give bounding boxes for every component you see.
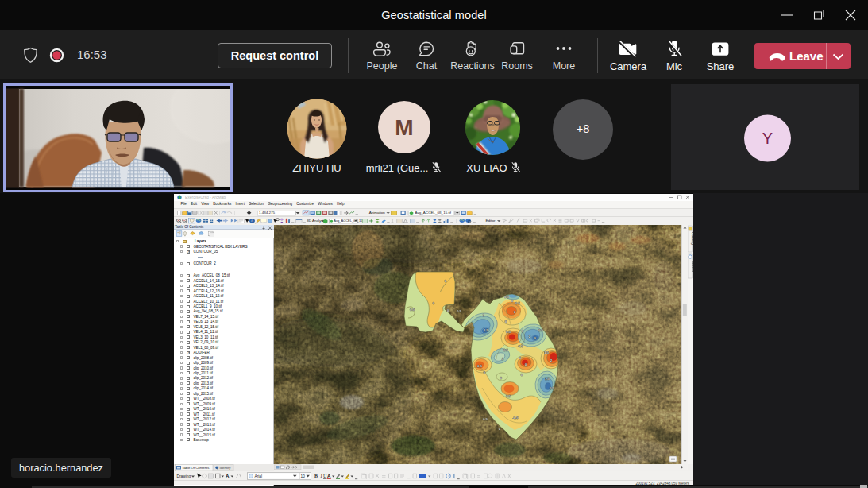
svg-text:1.5: 1.5 bbox=[545, 377, 550, 381]
svg-text:1.5: 1.5 bbox=[484, 328, 488, 332]
svg-text:Identify: Identify bbox=[220, 466, 232, 470]
svg-text:0.5: 0.5 bbox=[483, 417, 488, 421]
svg-text:Editor: Editor bbox=[485, 219, 496, 223]
svg-text:A: A bbox=[327, 474, 331, 478]
svg-text:-0.5: -0.5 bbox=[517, 344, 523, 348]
svg-text:Table Of Contents: Table Of Contents bbox=[182, 466, 209, 470]
svg-text:Leave: Leave bbox=[789, 49, 824, 63]
svg-text:-0.5: -0.5 bbox=[512, 416, 519, 420]
svg-text:0.5: 0.5 bbox=[410, 308, 415, 312]
svg-text:Catalog: Catalog bbox=[691, 232, 693, 245]
svg-text:0.5: 0.5 bbox=[515, 301, 520, 305]
svg-text:Search: Search bbox=[691, 260, 693, 272]
svg-text:10: 10 bbox=[300, 474, 305, 478]
svg-text:Avg_ACCEL_08_15.tif: Avg_ACCEL_08_15.tif bbox=[334, 220, 366, 223]
svg-text:0.5: 0.5 bbox=[506, 330, 511, 334]
svg-text:1.5: 1.5 bbox=[544, 351, 549, 354]
svg-text:B: B bbox=[314, 474, 318, 478]
svg-text:0.5: 0.5 bbox=[504, 295, 509, 299]
svg-text:M: M bbox=[395, 115, 413, 140]
svg-text:Avg_ACCEL_08_15.tif: Avg_ACCEL_08_15.tif bbox=[415, 211, 451, 214]
svg-text:0.5: 0.5 bbox=[477, 364, 482, 368]
svg-text:Arial: Arial bbox=[254, 474, 262, 478]
svg-text:0.5: 0.5 bbox=[503, 348, 508, 352]
svg-text:I: I bbox=[319, 474, 322, 478]
svg-text:0.5: 0.5 bbox=[550, 386, 554, 390]
svg-text:ExerciseUrsd - ArcMap: ExerciseUrsd - ArcMap bbox=[185, 195, 226, 199]
svg-text:0.5: 0.5 bbox=[506, 394, 511, 398]
svg-text:Y: Y bbox=[762, 130, 773, 147]
svg-text:A: A bbox=[226, 473, 230, 478]
svg-text:0.5: 0.5 bbox=[457, 309, 461, 313]
svg-text:1.484.275: 1.484.275 bbox=[258, 211, 275, 214]
svg-text:Animation: Animation bbox=[368, 211, 384, 214]
svg-text:+8: +8 bbox=[577, 122, 590, 135]
svg-text:0.5: 0.5 bbox=[538, 328, 543, 332]
svg-text:Drawing: Drawing bbox=[176, 474, 191, 478]
